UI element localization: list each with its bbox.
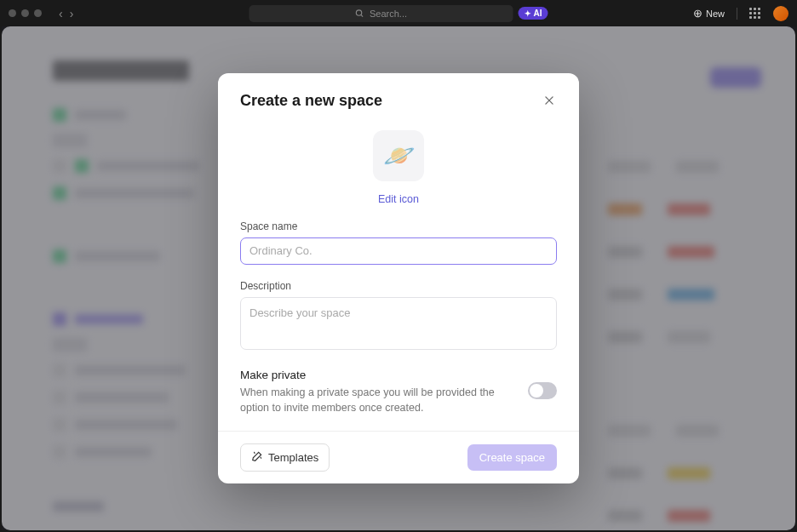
nav-forward-icon[interactable]: ›	[70, 7, 74, 20]
templates-label: Templates	[268, 451, 318, 464]
window-controls	[9, 9, 42, 17]
description-input[interactable]	[240, 297, 557, 350]
modal-title: Create a new space	[240, 92, 382, 110]
topbar: ‹ › Search... AI New	[0, 0, 797, 26]
svg-line-1	[362, 15, 364, 17]
nav-arrows: ‹ ›	[59, 7, 73, 20]
create-space-button[interactable]: Create space	[467, 444, 557, 471]
make-private-title: Make private	[240, 369, 511, 381]
avatar[interactable]	[773, 6, 788, 21]
edit-icon-link[interactable]: Edit icon	[378, 193, 419, 205]
make-private-description: When making a private space you will be …	[240, 385, 511, 415]
traffic-light-dot[interactable]	[21, 9, 29, 17]
apps-grid-icon[interactable]	[749, 8, 761, 20]
search-input[interactable]: Search...	[249, 5, 513, 22]
traffic-light-dot[interactable]	[9, 9, 16, 17]
modal-overlay: Create a new space 🪐 Edit icon Space nam…	[2, 26, 795, 530]
close-icon[interactable]	[542, 93, 557, 108]
new-button[interactable]: New	[693, 7, 725, 20]
search-icon	[355, 9, 364, 18]
divider	[737, 8, 737, 20]
create-space-modal: Create a new space 🪐 Edit icon Space nam…	[218, 73, 579, 483]
space-icon-preview[interactable]: 🪐	[373, 130, 424, 181]
wand-icon	[251, 450, 263, 465]
ai-badge[interactable]: AI	[519, 7, 548, 20]
traffic-light-dot[interactable]	[34, 9, 42, 17]
toggle-knob	[530, 384, 543, 398]
make-private-toggle[interactable]	[528, 382, 557, 399]
planet-icon: 🪐	[383, 140, 415, 170]
description-label: Description	[240, 280, 557, 292]
svg-point-0	[357, 10, 362, 15]
nav-back-icon[interactable]: ‹	[59, 7, 63, 20]
search-placeholder: Search...	[370, 9, 407, 19]
main-area: Create a new space 🪐 Edit icon Space nam…	[2, 26, 795, 530]
space-name-label: Space name	[240, 220, 557, 232]
space-name-input[interactable]	[240, 237, 557, 265]
templates-button[interactable]: Templates	[240, 443, 330, 472]
